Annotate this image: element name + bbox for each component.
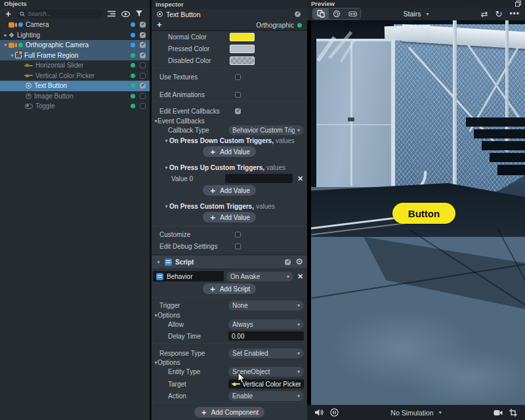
status-dot[interactable] — [131, 63, 135, 68]
pause-icon[interactable] — [330, 408, 339, 417]
visibility-eye-icon[interactable] — [121, 9, 130, 18]
tree-item-text-button[interactable]: Text Button — [0, 81, 150, 91]
chevron-down-icon[interactable]: ▾ — [3, 42, 9, 48]
chevron-down-icon[interactable]: ▾ — [152, 118, 158, 124]
edit-debug-checkbox[interactable] — [235, 243, 241, 249]
preview-text-button[interactable]: Button — [392, 203, 455, 224]
delay-time-input[interactable]: 0.00 — [228, 331, 304, 341]
tree-item-toggle[interactable]: Toggle — [0, 101, 150, 112]
add-button[interactable]: + — [157, 20, 162, 30]
enabled-checkbox[interactable] — [140, 52, 146, 58]
add-object-button[interactable]: ＋ — [4, 9, 12, 18]
status-dot[interactable] — [131, 22, 135, 27]
enabled-checkbox[interactable] — [140, 22, 146, 28]
tree-item-camera[interactable]: Camera — [0, 20, 150, 30]
chevron-down-icon[interactable]: ▾ — [163, 138, 169, 144]
add-value-button[interactable]: ＋Add Value — [203, 146, 255, 157]
search-input[interactable] — [28, 10, 98, 17]
script-component-header[interactable]: ▾ Script ⚙ — [152, 255, 307, 269]
use-textures-checkbox[interactable] — [235, 74, 241, 80]
tree-item-horizontal-slider[interactable]: Horizontal Slider — [0, 60, 150, 71]
tree-item-full-frame-region[interactable]: ▾ Full Frame Region — [0, 51, 150, 61]
hierarchy-view-icon[interactable] — [107, 9, 116, 18]
enabled-checkbox[interactable] — [140, 103, 146, 109]
chevron-down-icon[interactable]: ▾ — [9, 52, 15, 58]
webcam-icon[interactable] — [494, 410, 503, 416]
tree-item-orthographic-camera[interactable]: ▾ Orthographic Camera — [0, 40, 150, 51]
remove-script-icon[interactable]: ✕ — [297, 272, 303, 281]
status-dot[interactable] — [131, 94, 135, 98]
divider — [152, 101, 307, 102]
edit-event-callbacks-checkbox[interactable] — [235, 108, 241, 114]
simulation-dropdown[interactable]: No Simulation ▾ — [390, 409, 441, 417]
popout-icon[interactable] — [515, 1, 521, 7]
script-enabled-checkbox[interactable] — [285, 259, 291, 265]
preview-viewport[interactable]: Button — [311, 20, 525, 405]
search-box[interactable] — [16, 9, 102, 18]
object-enabled-checkbox[interactable] — [295, 11, 301, 17]
pressed-color-row: Pressed Color — [152, 43, 307, 54]
normal-color-swatch[interactable] — [230, 33, 255, 41]
on-press-up-section[interactable]: ▾ On Press Up Custom Triggers, values — [152, 162, 307, 173]
tree-item-lighting[interactable]: ▸ ❖ Lighting — [0, 30, 150, 41]
screenshot-crop-icon[interactable] — [509, 409, 517, 417]
enabled-checkbox[interactable] — [140, 62, 146, 68]
allow-dropdown[interactable]: Always▾ — [228, 320, 304, 329]
chevron-right-icon[interactable]: ▸ — [3, 32, 9, 38]
customize-checkbox[interactable] — [235, 232, 241, 238]
chevron-down-icon[interactable]: ▾ — [152, 360, 158, 366]
add-script-button[interactable]: ＋Add Script — [203, 284, 256, 294]
status-dot[interactable] — [131, 83, 135, 88]
enabled-checkbox[interactable] — [140, 93, 146, 99]
divider — [152, 226, 307, 226]
chevron-down-icon[interactable]: ▾ — [163, 165, 169, 171]
filter-icon[interactable] — [135, 9, 144, 18]
more-options-icon[interactable]: ••• — [509, 9, 520, 18]
trigger-dropdown[interactable]: None▾ — [228, 301, 304, 310]
add-component-row: ＋Add Component — [152, 407, 307, 417]
scene-selector-dropdown[interactable]: Stairs ▾ — [404, 10, 429, 18]
disabled-color-swatch[interactable] — [230, 56, 255, 65]
field-label: Edit Event Callbacks — [152, 108, 220, 115]
add-component-button[interactable]: ＋Add Component — [194, 407, 264, 417]
value0-input[interactable] — [225, 174, 293, 183]
behavior-event-dropdown[interactable]: On Awake ▾ — [226, 272, 293, 282]
photo-worn-patch — [403, 348, 525, 405]
divider — [152, 68, 307, 68]
overlay-preview-button[interactable] — [313, 9, 329, 19]
chevron-down-icon[interactable]: ▾ — [163, 203, 169, 209]
status-dot[interactable] — [131, 74, 135, 78]
chevron-down-icon[interactable]: ▾ — [156, 259, 161, 265]
status-dot[interactable] — [131, 53, 135, 58]
enabled-checkbox[interactable] — [140, 32, 146, 38]
behavior-script-chip[interactable]: Behavior — [153, 271, 224, 282]
swap-camera-icon[interactable]: ⇄ — [481, 9, 488, 19]
enabled-checkbox[interactable] — [140, 73, 146, 79]
spectacles-preview-button[interactable] — [345, 9, 360, 19]
tree-item-vertical-color-picker[interactable]: Vertical Color Picker — [0, 71, 150, 81]
toggle-icon — [25, 104, 33, 109]
customize-row: Customize — [152, 229, 307, 240]
lens-preview-button[interactable] — [329, 9, 345, 19]
status-dot[interactable] — [131, 33, 135, 37]
rotate-icon[interactable]: ↻ — [495, 9, 502, 19]
chevron-down-icon[interactable]: ▾ — [152, 312, 158, 318]
enabled-checkbox[interactable] — [140, 83, 146, 89]
action-dropdown[interactable]: Enable▾ — [228, 391, 304, 401]
tree-item-image-button[interactable]: Image Button — [0, 91, 150, 102]
add-value-button[interactable]: ＋Add Value — [203, 212, 255, 222]
gear-icon[interactable]: ⚙ — [295, 258, 303, 266]
objects-toolbar: ＋ — [0, 8, 150, 20]
enabled-checkbox[interactable] — [140, 42, 146, 48]
add-value-button[interactable]: ＋Add Value — [203, 185, 255, 196]
photo-door-seam — [350, 40, 352, 186]
on-press-down-section[interactable]: ▾ On Press Down Custom Triggers, values — [152, 135, 307, 146]
status-dot[interactable] — [131, 43, 135, 47]
pressed-color-swatch[interactable] — [230, 45, 255, 53]
remove-value-icon[interactable]: ✕ — [297, 175, 303, 183]
status-dot[interactable] — [131, 104, 135, 108]
speaker-icon[interactable] — [315, 409, 324, 416]
callback-type-dropdown[interactable]: Behavior Custom Trigger ▾ — [228, 125, 304, 135]
on-press-section[interactable]: ▾ On Press Custom Triggers, values — [152, 201, 307, 211]
edit-animations-checkbox[interactable] — [235, 92, 241, 98]
